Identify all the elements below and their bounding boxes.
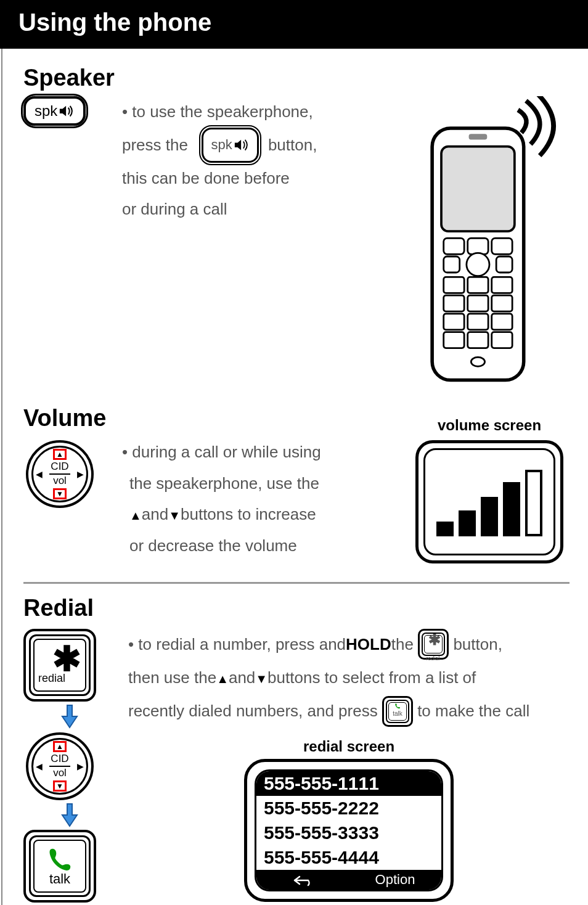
handset-illustration (409, 96, 570, 394)
phone-handset-icon (46, 845, 74, 874)
redial-sequence-illustration: ✱ redial ▲ ◀ ▶ CID vol ▼ (23, 626, 116, 905)
svg-rect-19 (468, 332, 488, 348)
up-arrow-icon (216, 662, 229, 694)
nav-left-icon: ◀ (36, 469, 43, 479)
redial-screen-illustration: 555-555-1111 555-555-2222 555-555-3333 5… (244, 759, 454, 902)
speaker-icon (59, 104, 76, 118)
down-arrow-icon (168, 499, 181, 530)
redial-number-selected: 555-555-1111 (256, 771, 441, 796)
softkey-back (256, 870, 349, 890)
svg-rect-6 (444, 256, 460, 272)
redial-number: 555-555-2222 (256, 796, 441, 821)
down-arrow-icon (255, 662, 267, 694)
redial-screen-title: redial screen (128, 738, 570, 755)
redial-number: 555-555-4444 (256, 845, 441, 870)
volume-screen-title: volume screen (409, 417, 570, 434)
volume-bar-3 (481, 497, 498, 536)
svg-rect-15 (444, 314, 464, 330)
svg-rect-5 (492, 238, 512, 254)
volume-screen-illustration (409, 436, 570, 563)
banner-title: Using the phone (18, 9, 211, 36)
redial-key-tile: ✱ redial (23, 629, 96, 702)
svg-rect-1 (441, 147, 515, 231)
down-arrow-blue-icon (60, 803, 79, 827)
svg-rect-2 (469, 134, 488, 139)
speaker-button-illustration: spk (23, 96, 110, 126)
svg-rect-4 (468, 238, 488, 254)
svg-rect-16 (468, 314, 488, 330)
talk-key-inline: talk (382, 696, 413, 727)
svg-point-7 (467, 253, 489, 276)
talk-key-tile: talk (23, 830, 96, 903)
up-arrow-icon (129, 499, 142, 530)
svg-rect-10 (468, 277, 488, 293)
svg-rect-17 (492, 314, 512, 330)
volume-bar-5-outline (525, 470, 542, 536)
speaker-icon (234, 138, 251, 152)
nav-down-highlight: ▼ (53, 488, 67, 499)
nav-right-icon: ▶ (77, 469, 84, 479)
svg-rect-18 (444, 332, 464, 348)
nav-pad-illustration: ▲ ◀ ▶ CID vol ▼ (23, 436, 110, 508)
speaker-heading: Speaker (23, 65, 570, 91)
volume-bar-4 (503, 482, 520, 536)
down-arrow-blue-icon (60, 704, 79, 729)
redial-key-inline: ✱redial (418, 629, 449, 660)
svg-rect-13 (468, 295, 488, 311)
speaker-body: • to use the speakerphone, press the spk… (122, 96, 403, 225)
section-divider (23, 582, 570, 584)
svg-rect-14 (492, 295, 512, 311)
svg-rect-11 (492, 277, 512, 293)
svg-rect-12 (444, 295, 464, 311)
spk-button-inline: spk (202, 128, 258, 163)
svg-rect-8 (496, 256, 512, 272)
spk-button-large: spk (23, 96, 86, 126)
redial-number: 555-555-3333 (256, 821, 441, 845)
nav-up-highlight: ▲ (53, 449, 67, 460)
page-banner: Using the phone (0, 0, 588, 49)
svg-rect-9 (444, 277, 464, 293)
volume-body: • during a call or while using the speak… (122, 436, 403, 562)
softkey-option: Option (349, 870, 441, 890)
volume-heading: Volume (23, 405, 409, 432)
redial-heading: Redial (23, 595, 570, 621)
nav-pad-illustration: ▲ ◀ ▶ CID vol ▼ (26, 732, 94, 800)
redial-body: • to redial a number, press and HOLD the… (128, 626, 570, 729)
volume-bar-1 (436, 522, 454, 536)
volume-bar-2 (459, 510, 476, 536)
svg-rect-20 (492, 332, 512, 348)
svg-rect-3 (444, 238, 464, 254)
